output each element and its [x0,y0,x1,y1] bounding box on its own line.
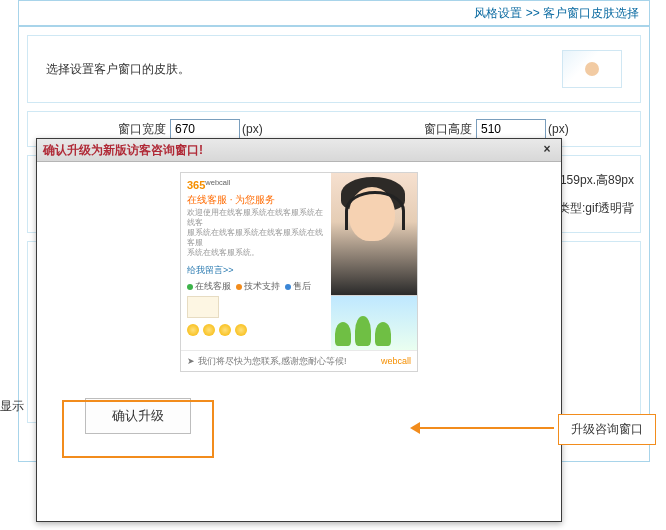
preview-status-row: 在线客服 技术支持 售后 [187,280,325,292]
brand-prefix: 365 [187,179,205,191]
window-height-input[interactable] [476,119,546,139]
chat-preview: 365webcall 在线客服 · 为您服务 欢迎使用在线客服系统在线客服系统在… [180,172,418,372]
window-width-input[interactable] [170,119,240,139]
skin-thumbnail[interactable] [562,50,622,88]
agent-photo [331,173,417,296]
preview-footer-text: ➤ 我们将尽快为您联系,感谢您耐心等候! [187,355,347,368]
status-dot-green [187,284,193,290]
preview-body: 欢迎使用在线客服系统在线客服系统在线客服系统在线客服系统在线客服系统在线客服系统… [187,208,325,258]
skin-select-link[interactable]: 客户窗口皮肤选择 [543,6,639,20]
status-dot-blue [285,284,291,290]
confirm-upgrade-button[interactable]: 确认升级 [85,398,191,434]
separator: >> [526,6,540,20]
callout-label: 升级咨询窗口 [571,422,643,436]
landscape-image [331,296,417,350]
preview-thumbnail [187,296,219,318]
style-settings-link[interactable]: 风格设置 [474,6,522,20]
preview-footer-brand: webcall [381,356,411,366]
intro-panel: 选择设置客户窗口的皮肤。 [27,35,641,103]
emoji-row [187,324,325,336]
preview-link: 给我留言>> [187,264,325,276]
close-icon[interactable]: × [539,142,555,158]
modal-titlebar: 确认升级为新版访客咨询窗口! × [37,139,561,162]
callout-box: 升级咨询窗口 [558,414,656,445]
arrow-icon [414,427,554,429]
unit-px: (px) [242,122,263,136]
preview-heading: 在线客服 · 为您服务 [187,194,325,206]
brand-suffix: webcall [205,178,230,187]
left-truncated-label: 显示 [0,398,38,415]
window-height-label: 窗口高度 [424,121,472,138]
window-width-label: 窗口宽度 [118,121,166,138]
preview-footer: ➤ 我们将尽快为您联系,感谢您耐心等候! webcall [181,350,417,371]
status-dot-orange [236,284,242,290]
unit-px: (px) [548,122,569,136]
intro-text: 选择设置客户窗口的皮肤。 [46,61,190,78]
header-bar: 风格设置 >> 客户窗口皮肤选择 [19,1,649,27]
upgrade-modal: 确认升级为新版访客咨询窗口! × 365webcall 在线客服 · 为您服务 … [36,138,562,522]
modal-title-text: 确认升级为新版访客咨询窗口! [43,142,539,159]
